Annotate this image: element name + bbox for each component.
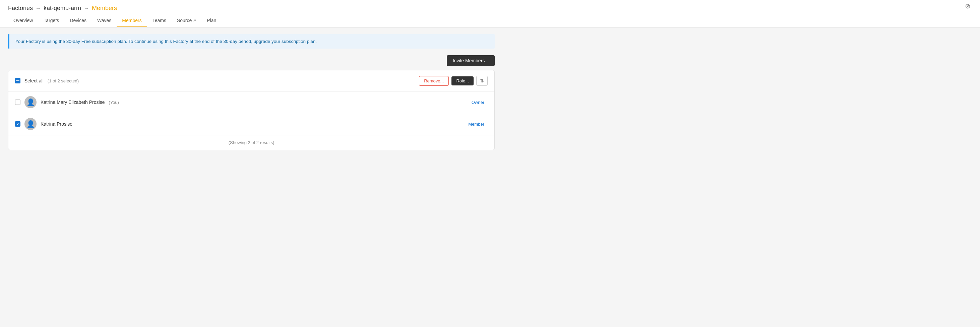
member-2-role[interactable]: Member: [465, 121, 488, 128]
select-all-label: Select all: [24, 78, 44, 83]
members-card: Select all (1 of 2 selected) Remove... R…: [8, 70, 495, 150]
remove-button[interactable]: Remove...: [419, 76, 449, 86]
breadcrumb-sep-1: →: [35, 5, 41, 11]
external-link-icon: ↗: [193, 18, 196, 23]
breadcrumb: Factories → kat-qemu-arm → Members: [8, 0, 117, 12]
select-count: (1 of 2 selected): [48, 78, 79, 83]
breadcrumb-sep-2: →: [84, 5, 89, 11]
tab-targets[interactable]: Targets: [38, 14, 64, 27]
person-icon: 👤: [27, 98, 35, 106]
breadcrumb-factory[interactable]: kat-qemu-arm: [44, 5, 81, 12]
tab-teams[interactable]: Teams: [147, 14, 172, 27]
breadcrumb-factories[interactable]: Factories: [8, 5, 33, 12]
tab-waves[interactable]: Waves: [92, 14, 117, 27]
invite-members-button[interactable]: Invite Members...: [447, 55, 495, 66]
tab-members[interactable]: Members: [117, 14, 147, 27]
alert-text: Your Factory is using the 30-day Free su…: [16, 39, 317, 44]
breadcrumb-current: Members: [92, 5, 117, 12]
results-text: (Showing 2 of 2 results): [229, 140, 275, 145]
table-row: 👤 Katrina Prosise Member: [8, 113, 494, 135]
select-right: Remove... Role... ⇅: [419, 76, 488, 86]
member-2-checkbox[interactable]: [15, 121, 21, 127]
member-1-checkbox[interactable]: [15, 100, 21, 105]
settings-icon[interactable]: ⊗: [964, 1, 972, 11]
person-icon: 👤: [27, 120, 35, 128]
avatar: 👤: [24, 118, 37, 130]
tab-plan[interactable]: Plan: [201, 14, 221, 27]
select-left: Select all (1 of 2 selected): [15, 78, 79, 83]
select-all-checkbox[interactable]: [15, 78, 21, 83]
avatar: 👤: [24, 96, 37, 108]
tab-overview[interactable]: Overview: [8, 14, 38, 27]
member-1-role[interactable]: Owner: [468, 99, 488, 106]
tab-devices[interactable]: Devices: [64, 14, 92, 27]
results-row: (Showing 2 of 2 results): [8, 135, 494, 150]
toolbar-row: Invite Members...: [8, 55, 495, 66]
alert-banner: Your Factory is using the 30-day Free su…: [8, 34, 495, 49]
role-button[interactable]: Role...: [452, 76, 474, 86]
member-1-name: Katrina Mary Elizabeth Prosise (You): [41, 100, 468, 105]
tab-source[interactable]: Source ↗: [172, 14, 201, 27]
nav-tabs: Overview Targets Devices Waves Members T…: [8, 14, 972, 27]
member-1-you: (You): [108, 100, 119, 105]
sort-button[interactable]: ⇅: [476, 76, 488, 86]
table-row: 👤 Katrina Mary Elizabeth Prosise (You) O…: [8, 92, 494, 113]
select-row: Select all (1 of 2 selected) Remove... R…: [8, 70, 494, 92]
member-2-name: Katrina Prosise: [41, 121, 465, 127]
